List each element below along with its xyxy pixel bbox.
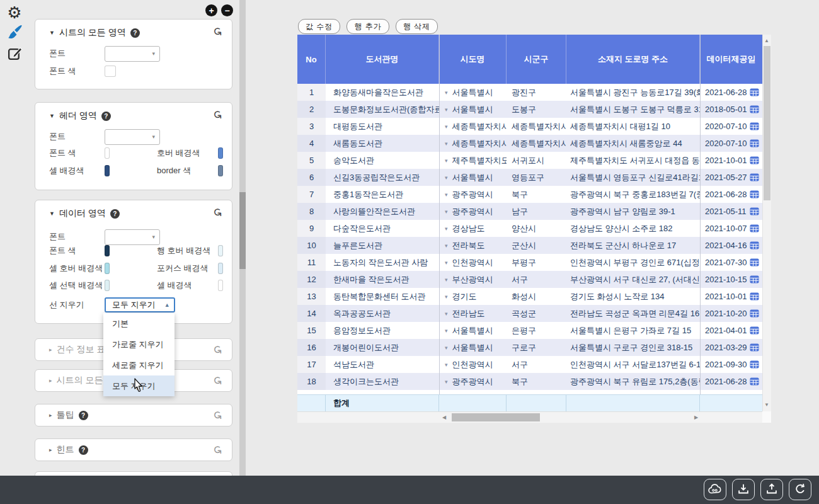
grid-vertical-scrollbar[interactable]: ▲ ▼ (762, 35, 771, 411)
cell-sido[interactable]: ▾광주광역시 (439, 373, 507, 390)
cell-date[interactable]: 2021-04-01 (700, 322, 762, 339)
calendar-icon[interactable] (750, 105, 759, 113)
reset-icon[interactable]: ↻ (211, 375, 222, 385)
cell-date[interactable]: 2021-07-30 (700, 254, 762, 271)
cell-sigungu[interactable]: 북구 (507, 373, 566, 390)
sidebar-scrollbar-thumb[interactable] (239, 192, 246, 269)
calendar-icon[interactable] (750, 258, 759, 266)
cell-sido[interactable]: ▾서울특별시 (439, 84, 507, 101)
calendar-icon[interactable] (750, 139, 759, 147)
cell-dropdown-arrow-icon[interactable]: ▾ (445, 311, 448, 317)
cell-sigungu[interactable]: 도봉구 (507, 101, 566, 118)
cell-date[interactable]: 2020-07-10 (700, 135, 762, 152)
cell-date[interactable]: 2020-07-10 (700, 118, 762, 135)
cell-date[interactable]: 2021-10-20 (700, 305, 762, 322)
cell-sigungu[interactable]: 세종특별자치시 (507, 118, 566, 135)
cell-address[interactable]: 인천광역시 서구 서달로137번길 6-12 (566, 356, 700, 373)
font-select[interactable]: ▾ (105, 46, 160, 62)
cell-date[interactable]: 2021-06-28 (700, 373, 762, 390)
cell-sido[interactable]: ▾제주특별자치도 (439, 152, 507, 169)
add-row-button[interactable]: 행 추가 (346, 19, 389, 34)
column-header[interactable]: 시도명 (439, 35, 507, 84)
cell-sido[interactable]: ▾서울특별시 (439, 339, 507, 356)
edit-pencil-icon[interactable] (6, 45, 23, 62)
cell-date[interactable]: 2021-04-16 (700, 237, 762, 254)
cell-library-name[interactable]: 도봉문화정보도서관(종합자료실) (326, 101, 439, 118)
cell-hover-bg-swatch[interactable] (105, 263, 110, 274)
cell-no[interactable]: 1 (297, 84, 326, 101)
expand-arrow-icon[interactable]: ▸ (49, 412, 52, 418)
line-erase-select[interactable]: 모두 지우기 ▲ (105, 297, 175, 312)
cell-date[interactable]: 2021-09-30 (700, 356, 762, 373)
cell-date[interactable]: 2021-06-28 (700, 186, 762, 203)
cell-no[interactable]: 12 (297, 271, 326, 288)
upload-button[interactable] (760, 479, 783, 500)
reset-icon[interactable]: ↻ (211, 410, 222, 420)
cell-dropdown-arrow-icon[interactable]: ▾ (445, 294, 448, 300)
cell-date[interactable]: 2021-10-07 (700, 220, 762, 237)
cell-library-name[interactable]: 중홍1동작은도서관 (326, 186, 439, 203)
font-select[interactable]: ▾ (105, 129, 160, 145)
cell-sigungu[interactable]: 군산시 (507, 237, 566, 254)
cell-no[interactable]: 9 (297, 220, 326, 237)
cell-library-name[interactable]: 노동자의 작은도서관 사람 (326, 254, 439, 271)
cell-sido[interactable]: ▾광주광역시 (439, 186, 507, 203)
help-icon[interactable]: ? (101, 112, 111, 121)
scroll-left-icon[interactable]: ◀ (442, 415, 446, 420)
cell-address[interactable]: 제주특별자치도 서귀포시 대정읍 동일하모 (566, 152, 700, 169)
cell-no[interactable]: 13 (297, 288, 326, 305)
paint-brush-icon[interactable] (6, 23, 23, 41)
cell-address[interactable]: 인천광역시 부평구 경인로 671(십정동) (566, 254, 700, 271)
cloud-button[interactable] (704, 479, 726, 500)
cell-no[interactable]: 2 (297, 101, 326, 118)
cell-dropdown-arrow-icon[interactable]: ▾ (445, 192, 448, 198)
cell-address[interactable]: 서울특별시 광진구 능동로17길 39(화양동) (566, 84, 700, 101)
cell-library-name[interactable]: 생각이크는도서관 (326, 373, 439, 390)
cell-library-name[interactable]: 석남도서관 (326, 356, 439, 373)
help-icon[interactable]: ? (79, 411, 88, 420)
download-button[interactable] (732, 479, 755, 500)
column-header[interactable]: No (297, 35, 326, 84)
add-panel-button[interactable]: + (205, 4, 217, 16)
cell-sigungu[interactable]: 양산시 (507, 220, 566, 237)
expand-arrow-icon[interactable]: ▸ (49, 377, 52, 384)
cell-sigungu[interactable]: 영등포구 (507, 169, 566, 186)
cell-address[interactable]: 전라북도 군산시 하나운로 17 (566, 237, 700, 254)
sidebar-scrollbar[interactable] (239, 0, 246, 476)
panel-header-title[interactable]: ▼ 헤더 영역 ? (49, 110, 111, 122)
cell-sido[interactable]: ▾경기도 (439, 288, 507, 305)
cell-no[interactable]: 18 (297, 373, 326, 390)
menu-item[interactable]: 가로줄 지우기 (103, 334, 175, 355)
calendar-icon[interactable] (750, 309, 759, 318)
cell-dropdown-arrow-icon[interactable]: ▾ (445, 328, 448, 334)
panel-data-title[interactable]: ▼ 데이터 영역 ? (49, 208, 120, 219)
cell-no[interactable]: 4 (297, 135, 326, 152)
cell-dropdown-arrow-icon[interactable]: ▾ (445, 277, 448, 283)
cell-date[interactable]: 2021-10-01 (700, 288, 762, 305)
cell-address[interactable]: 서울특별시 구로구 경인로 318-15 (566, 339, 700, 356)
cell-library-name[interactable]: 늘푸른도서관 (326, 237, 439, 254)
collapse-arrow-icon[interactable]: ▼ (49, 210, 55, 217)
cell-dropdown-arrow-icon[interactable]: ▾ (445, 175, 448, 181)
cell-sigungu[interactable]: 서귀포시 (507, 152, 566, 169)
border-color-swatch[interactable] (218, 165, 223, 176)
cell-sigungu[interactable]: 화성시 (507, 288, 566, 305)
calendar-icon[interactable] (750, 122, 759, 130)
cell-library-name[interactable]: 동탄복합문화센터 도서관 (326, 288, 439, 305)
cell-bg-swatch[interactable] (105, 165, 110, 176)
cell-no[interactable]: 6 (297, 169, 326, 186)
cell-sigungu[interactable]: 부평구 (507, 254, 566, 271)
row-hover-bg-swatch[interactable] (218, 245, 223, 256)
column-header[interactable]: 도서관명 (326, 35, 439, 84)
cell-sigungu[interactable]: 세종특별자치시 (507, 135, 566, 152)
cell-dropdown-arrow-icon[interactable]: ▾ (445, 345, 448, 351)
cell-dropdown-arrow-icon[interactable]: ▾ (445, 123, 448, 130)
cell-sido[interactable]: ▾서울특별시 (439, 322, 507, 339)
cell-address[interactable]: 광주광역시 북구 유림로 175,2층(동림동, … (566, 373, 700, 390)
cell-address[interactable]: 세종특별자치시 새롬중앙로 44 (566, 135, 700, 152)
font-color-swatch[interactable] (105, 66, 116, 77)
cell-library-name[interactable]: 옥과공공도서관 (326, 305, 439, 322)
settings-gear-icon[interactable]: ⚙ (6, 4, 23, 21)
cell-no[interactable]: 16 (297, 339, 326, 356)
cell-bg-swatch[interactable] (218, 280, 223, 291)
